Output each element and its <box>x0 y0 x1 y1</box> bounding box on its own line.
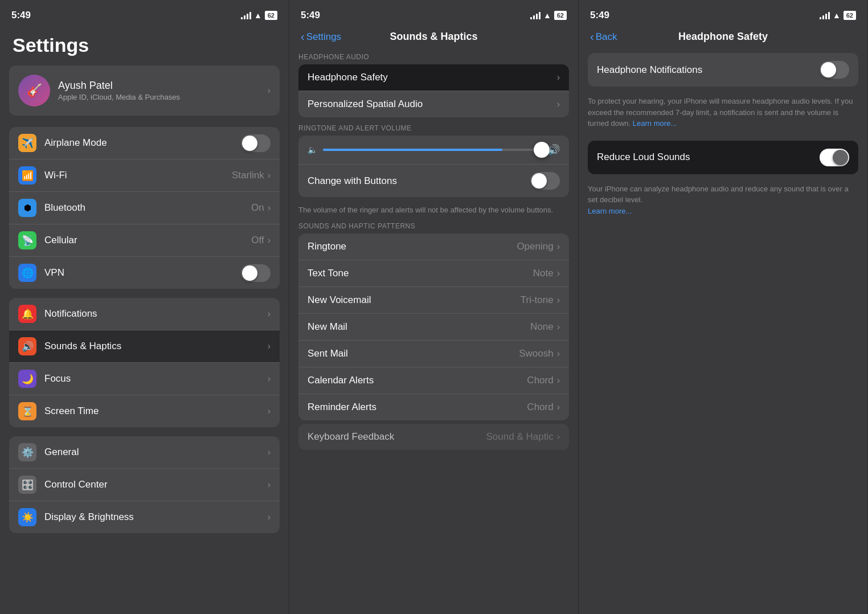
wifi-icon-p3: ▲ <box>833 11 841 20</box>
spatial-audio-row[interactable]: Personalized Spatial Audio › <box>298 91 569 117</box>
volume-slider-fill <box>323 149 502 151</box>
screentime-row[interactable]: ⌛ Screen Time › <box>9 395 280 427</box>
change-with-buttons-row[interactable]: Change with Buttons <box>298 165 569 197</box>
vpn-toggle[interactable] <box>241 264 271 282</box>
focus-row[interactable]: 🌙 Focus › <box>9 363 280 395</box>
airplane-label: Airplane Mode <box>44 137 241 149</box>
volume-slider-track[interactable] <box>323 149 542 151</box>
general-row[interactable]: ⚙️ General › <box>9 436 280 469</box>
volume-slider-row[interactable]: 🔈 🔊 <box>298 136 569 165</box>
battery-icon-p3: 62 <box>844 11 856 20</box>
airplane-toggle[interactable] <box>241 134 271 152</box>
sounds-label: Sounds & Haptics <box>44 341 268 352</box>
new-mail-row[interactable]: New Mail None › <box>298 314 569 341</box>
new-voicemail-label: New Voicemail <box>308 294 521 306</box>
airplane-mode-row[interactable]: ✈️ Airplane Mode <box>9 127 280 159</box>
back-label-p3: Back <box>596 31 617 43</box>
back-button-p3[interactable]: ‹ Back <box>590 31 617 43</box>
cellular-icon: 📡 <box>18 231 36 249</box>
wifi-icon-p2: ▲ <box>543 11 551 20</box>
reminder-alerts-label: Reminder Alerts <box>308 402 527 413</box>
profile-text: Ayush Patel Apple ID, iCloud, Media & Pu… <box>58 80 180 101</box>
section-sounds-patterns: SOUNDS AND HAPTIC PATTERNS <box>289 219 578 234</box>
controlcenter-chevron: › <box>268 480 271 490</box>
keyboard-feedback-row[interactable]: Keyboard Feedback Sound & Haptic › <box>298 424 569 450</box>
controlcenter-label: Control Center <box>44 479 268 490</box>
calendar-alerts-value: Chord <box>527 375 553 386</box>
focus-icon: 🌙 <box>18 370 36 388</box>
ringtone-row[interactable]: Ringtone Opening › <box>298 234 569 260</box>
vpn-row[interactable]: 🌐 VPN <box>9 257 280 289</box>
connectivity-group: ✈️ Airplane Mode 📶 Wi-Fi Starlink › ⬢ Bl… <box>9 127 280 289</box>
p3-content: Headphone Notifications To protect your … <box>579 50 867 224</box>
section-ringtone-volume: RINGTONE AND ALERT VOLUME <box>289 121 578 136</box>
wifi-row[interactable]: 📶 Wi-Fi Starlink › <box>9 159 280 192</box>
reminder-alerts-row[interactable]: Reminder Alerts Chord › <box>298 394 569 420</box>
sent-mail-row[interactable]: Sent Mail Swoosh › <box>298 341 569 367</box>
sent-mail-chevron: › <box>557 349 560 359</box>
status-time-p2: 5:49 <box>301 10 320 21</box>
system-group: ⚙️ General › 🎛️ Control Center › ☀️ Disp… <box>9 436 280 533</box>
text-tone-row[interactable]: Text Tone Note › <box>298 260 569 287</box>
battery-icon-p1: 62 <box>265 11 277 20</box>
status-icons-p3: ▲ 62 <box>820 11 856 20</box>
controlcenter-row[interactable]: 🎛️ Control Center › <box>9 469 280 501</box>
headphone-notifications-description: To protect your hearing, your iPhone wil… <box>579 90 867 137</box>
back-label-p2: Settings <box>306 31 341 43</box>
reduce-loud-sounds-card: Reduce Loud Sounds <box>588 141 858 174</box>
status-bar-p3: 5:49 ▲ 62 <box>579 0 867 28</box>
sounds-row[interactable]: 🔊 Sounds & Haptics › <box>9 330 280 363</box>
sounds-patterns-group: Ringtone Opening › Text Tone Note › New … <box>298 234 569 420</box>
cellular-value: Off <box>251 235 264 246</box>
bluetooth-chevron: › <box>268 203 271 213</box>
screentime-icon: ⌛ <box>18 402 36 420</box>
display-row[interactable]: ☀️ Display & Brightness › <box>9 501 280 533</box>
back-chevron-p2: ‹ <box>301 31 305 42</box>
ringtone-label: Ringtone <box>308 241 517 252</box>
bluetooth-label: Bluetooth <box>44 202 251 214</box>
calendar-alerts-row[interactable]: Calendar Alerts Chord › <box>298 367 569 394</box>
wifi-label: Wi-Fi <box>44 170 232 181</box>
change-with-buttons-label: Change with Buttons <box>308 175 530 187</box>
bluetooth-icon: ⬢ <box>18 199 36 217</box>
avatar: 🎸 <box>18 75 50 107</box>
keyboard-feedback-label: Keyboard Feedback <box>308 431 486 443</box>
sent-mail-label: Sent Mail <box>308 348 519 359</box>
wifi-chevron: › <box>268 170 271 181</box>
volume-slider-thumb[interactable] <box>534 142 550 158</box>
reminder-alerts-chevron: › <box>557 402 560 412</box>
headphone-notifications-row[interactable]: Headphone Notifications <box>588 53 858 87</box>
bluetooth-row[interactable]: ⬢ Bluetooth On › <box>9 192 280 224</box>
new-voicemail-row[interactable]: New Voicemail Tri-tone › <box>298 287 569 314</box>
headphone-safety-row[interactable]: Headphone Safety › <box>298 64 569 91</box>
calendar-alerts-chevron: › <box>557 375 560 386</box>
new-voicemail-chevron: › <box>557 295 560 305</box>
wifi-settings-icon: 📶 <box>18 166 36 185</box>
headphone-safety-label: Headphone Safety <box>308 72 557 83</box>
change-buttons-toggle[interactable] <box>530 172 560 190</box>
headphone-safety-chevron: › <box>557 72 560 83</box>
signal-icon-p1 <box>241 11 251 19</box>
general-label: General <box>44 447 268 458</box>
alerts-group: 🔔 Notifications › 🔊 Sounds & Haptics › 🌙… <box>9 298 280 427</box>
text-tone-label: Text Tone <box>308 268 533 279</box>
display-icon: ☀️ <box>18 508 36 526</box>
reduce-loud-sounds-row[interactable]: Reduce Loud Sounds <box>588 141 858 174</box>
cellular-row[interactable]: 📡 Cellular Off › <box>9 224 280 257</box>
learn-more-1[interactable]: Learn more... <box>633 119 677 128</box>
back-chevron-p3: ‹ <box>590 31 594 42</box>
screentime-label: Screen Time <box>44 406 268 417</box>
sounds-icon: 🔊 <box>18 337 36 355</box>
new-mail-value: None <box>530 321 554 333</box>
headphone-notifications-toggle[interactable] <box>820 61 849 79</box>
learn-more-2[interactable]: Learn more... <box>588 207 632 215</box>
notifications-row[interactable]: 🔔 Notifications › <box>9 298 280 330</box>
reduce-loud-toggle[interactable] <box>820 149 849 166</box>
focus-label: Focus <box>44 373 268 384</box>
nav-bar-p3: ‹ Back Headphone Safety <box>579 28 867 50</box>
vpn-label: VPN <box>44 267 241 279</box>
headphone-notifications-card: Headphone Notifications <box>588 53 858 87</box>
back-button-p2[interactable]: ‹ Settings <box>301 31 341 43</box>
text-tone-chevron: › <box>557 268 560 279</box>
profile-card[interactable]: 🎸 Ayush Patel Apple ID, iCloud, Media & … <box>9 66 280 116</box>
